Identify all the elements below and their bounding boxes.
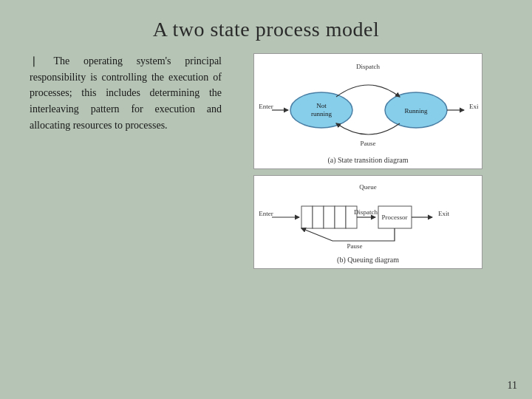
svg-text:Enter: Enter bbox=[259, 210, 273, 217]
svg-text:Not: Not bbox=[316, 102, 327, 109]
svg-text:Exit: Exit bbox=[469, 103, 479, 110]
slide-number: 11 bbox=[508, 380, 517, 392]
svg-rect-17 bbox=[335, 206, 346, 228]
bullet-paragraph: ❘ The operating system's principal respo… bbox=[30, 53, 222, 133]
diagram-section: Dispatch Not running Running Pause bbox=[233, 53, 502, 384]
bullet-marker: ❘ bbox=[30, 53, 40, 69]
state-transition-label: (a) State transition diagram bbox=[259, 156, 477, 164]
svg-text:Queue: Queue bbox=[359, 183, 377, 191]
svg-rect-15 bbox=[313, 206, 324, 228]
svg-text:running: running bbox=[311, 110, 332, 117]
queuing-label: (b) Queuing diagram bbox=[259, 256, 477, 264]
svg-text:Pause: Pause bbox=[361, 140, 376, 147]
svg-text:Dispatch: Dispatch bbox=[354, 208, 378, 216]
svg-text:Pause: Pause bbox=[347, 242, 363, 250]
slide-body: ❘ The operating system's principal respo… bbox=[30, 53, 502, 384]
svg-text:Exit: Exit bbox=[438, 210, 449, 217]
svg-text:Enter: Enter bbox=[259, 103, 273, 110]
slide: A two state process model ❘ The operatin… bbox=[0, 0, 532, 399]
queuing-box: Queue Enter Dispatch bbox=[253, 175, 482, 269]
state-transition-diagram: Dispatch Not running Running Pause bbox=[259, 58, 479, 154]
svg-rect-16 bbox=[324, 206, 335, 228]
state-transition-box: Dispatch Not running Running Pause bbox=[253, 53, 482, 169]
text-section: ❘ The operating system's principal respo… bbox=[30, 53, 222, 384]
svg-text:Running: Running bbox=[404, 107, 428, 115]
queuing-diagram: Queue Enter Dispatch bbox=[259, 180, 479, 254]
slide-title: A two state process model bbox=[30, 18, 502, 41]
svg-text:Processor: Processor bbox=[382, 214, 408, 221]
bullet-text: The operating system's principal respons… bbox=[30, 55, 222, 131]
svg-text:Dispatch: Dispatch bbox=[356, 63, 380, 70]
svg-rect-14 bbox=[301, 206, 313, 228]
